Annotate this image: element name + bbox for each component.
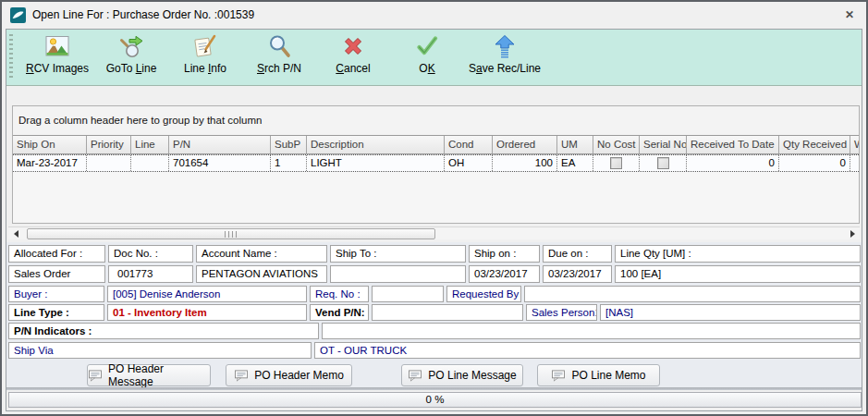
cell-ship-on[interactable]: Mar-23-2017	[13, 155, 87, 171]
po-header-message-button[interactable]: PO Header Message	[87, 364, 211, 386]
save-rec-line-label: Save Rec/Line	[469, 62, 541, 75]
ok-label: OK	[419, 62, 434, 75]
cancel-button[interactable]: Cancel	[317, 30, 389, 85]
ship-via-value: OT - OUR TRUCK	[314, 342, 861, 359]
line-type-label: Line Type :	[8, 304, 104, 321]
column-header-cond[interactable]: Cond	[445, 136, 493, 153]
line-qty-label: Line Qty [UM] :	[615, 245, 861, 263]
req-no-value	[372, 286, 444, 302]
column-header-clipped[interactable]: W	[850, 136, 860, 153]
column-header-ordered[interactable]: Ordered	[493, 136, 557, 153]
column-header-serial-no[interactable]: Serial No.	[640, 136, 687, 153]
app-icon	[10, 7, 26, 23]
scrollbar-thumb[interactable]	[27, 228, 435, 239]
srch-pn-button[interactable]: Srch P/N	[243, 30, 315, 85]
due-on-value: 03/23/2017	[543, 265, 612, 283]
srch-pn-label: Srch P/N	[257, 62, 301, 75]
cell-pn[interactable]: 701654	[169, 155, 271, 171]
message-bubble-icon	[234, 370, 249, 382]
goto-line-label: GoTo Line	[106, 62, 157, 75]
no-cost-checkbox[interactable]	[610, 157, 622, 169]
column-header-pn[interactable]: P/N	[169, 136, 271, 153]
pn-indicators-value	[322, 323, 861, 339]
cell-serial-no	[640, 155, 687, 171]
allocated-for-value: Sales Order	[8, 265, 105, 283]
ship-to-label: Ship To :	[330, 245, 466, 263]
cell-no-cost	[593, 155, 640, 171]
cell-subp[interactable]: 1	[271, 155, 307, 171]
cell-line[interactable]	[131, 155, 169, 171]
cell-received-to-date[interactable]: 0	[687, 155, 779, 171]
po-line-memo-label: PO Line Memo	[571, 369, 645, 382]
horizontal-scrollbar[interactable]	[8, 226, 860, 239]
save-rec-line-button[interactable]: Save Rec/Line	[465, 30, 544, 85]
line-info-icon	[192, 33, 218, 59]
cell-clipped[interactable]	[850, 155, 860, 171]
rcv-images-label: RCV Images	[26, 62, 89, 75]
cell-um[interactable]: EA	[557, 155, 593, 171]
po-header-message-label: PO Header Message	[108, 362, 210, 388]
close-icon[interactable]: ✕	[841, 6, 858, 23]
group-by-band[interactable]: Drag a column header here to group by th…	[13, 106, 859, 135]
rcv-images-button[interactable]: RCV Images	[21, 30, 93, 85]
account-name-value: PENTAGON AVIATIONS	[196, 265, 327, 283]
doc-no-label: Doc No. :	[108, 245, 193, 263]
window-title: Open Line For : Purchase Order No. :0015…	[32, 8, 254, 21]
cell-cond[interactable]: OH	[445, 155, 493, 171]
due-on-label: Due on :	[543, 245, 612, 263]
grid-header-row: Ship On Priority Line P/N SubP Descripti…	[13, 135, 859, 154]
column-header-subp[interactable]: SubP	[271, 136, 307, 153]
goto-line-icon	[118, 33, 144, 59]
scroll-right-arrow-icon[interactable]	[847, 229, 858, 239]
column-header-um[interactable]: UM	[557, 136, 593, 153]
po-line-message-button[interactable]: PO Line Message	[401, 364, 523, 386]
toolbar: RCV Images GoTo Line	[6, 30, 862, 86]
sales-person1-label: Sales Person1:	[526, 304, 597, 321]
po-header-memo-button[interactable]: PO Header Memo	[226, 364, 352, 386]
toolbar-grip-icon[interactable]	[9, 34, 13, 80]
line-info-button[interactable]: Line Info	[169, 30, 241, 85]
sales-person1-value: [NAS]	[600, 304, 861, 321]
window-content: RCV Images GoTo Line	[6, 29, 862, 411]
message-bubble-icon	[551, 370, 566, 382]
goto-line-button[interactable]: GoTo Line	[95, 30, 167, 85]
ok-button[interactable]: OK	[391, 30, 463, 85]
po-lines-grid: Drag a column header here to group by th…	[12, 105, 860, 224]
line-type-value: 01 - Inventory Item	[107, 304, 307, 321]
column-header-description[interactable]: Description	[307, 136, 445, 153]
cell-priority[interactable]	[87, 155, 131, 171]
dialog-window: Open Line For : Purchase Order No. :0015…	[0, 0, 868, 416]
column-header-qty-received[interactable]: Qty Received	[779, 136, 850, 153]
column-header-received-to-date[interactable]: Received To Date	[687, 136, 779, 153]
cell-ordered[interactable]: 100	[493, 155, 557, 171]
ship-on-label: Ship on :	[469, 245, 540, 263]
search-icon	[266, 33, 292, 59]
cell-qty-received[interactable]: 0	[779, 155, 850, 171]
rcv-images-icon	[44, 33, 70, 59]
ship-to-value	[330, 265, 466, 283]
scroll-left-arrow-icon[interactable]	[10, 229, 21, 239]
ship-via-label: Ship Via	[8, 342, 312, 359]
cell-description[interactable]: LIGHT	[307, 155, 445, 171]
scrollbar-grip-icon	[225, 231, 238, 238]
po-header-memo-label: PO Header Memo	[254, 369, 344, 382]
column-header-priority[interactable]: Priority	[87, 136, 131, 153]
ok-icon	[414, 33, 440, 59]
save-rec-line-icon	[492, 33, 518, 59]
po-line-memo-button[interactable]: PO Line Memo	[537, 364, 660, 386]
vend-pn-value	[372, 304, 523, 321]
serial-no-checkbox[interactable]	[657, 157, 669, 169]
status-bar: 0 %	[8, 392, 862, 408]
message-bubble-icon	[88, 370, 103, 382]
requested-by-value	[524, 286, 861, 302]
column-header-ship-on[interactable]: Ship On	[13, 136, 87, 153]
panel-divider	[6, 387, 862, 390]
column-header-no-cost[interactable]: No Cost	[593, 136, 640, 153]
column-header-line[interactable]: Line	[131, 136, 169, 153]
cancel-label: Cancel	[336, 62, 370, 75]
grid-data-row[interactable]: Mar-23-2017 701654 1 LIGHT OH 100 EA 0 0	[13, 154, 859, 172]
doc-no-value: 001773	[108, 265, 193, 283]
buyer-label: Buyer :	[8, 286, 104, 302]
account-name-label: Account Name :	[196, 245, 327, 263]
title-bar: Open Line For : Purchase Order No. :0015…	[2, 2, 866, 28]
